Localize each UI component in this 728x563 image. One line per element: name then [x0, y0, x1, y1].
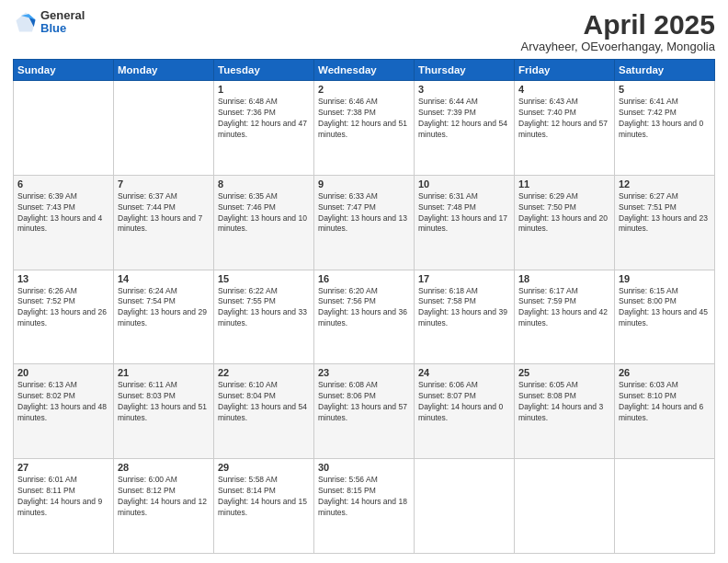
col-saturday: Saturday: [615, 60, 715, 81]
calendar-table: Sunday Monday Tuesday Wednesday Thursday…: [13, 59, 715, 554]
day-number: 13: [17, 273, 109, 284]
location-subtitle: Arvayheer, OEvoerhangay, Mongolia: [521, 40, 716, 53]
day-info: Sunrise: 6:22 AM Sunset: 7:55 PM Dayligh…: [218, 286, 310, 330]
table-row: 10Sunrise: 6:31 AM Sunset: 7:48 PM Dayli…: [415, 175, 515, 270]
table-row: [14, 81, 114, 176]
table-row: 2Sunrise: 6:46 AM Sunset: 7:38 PM Daylig…: [314, 81, 415, 176]
table-row: 23Sunrise: 6:08 AM Sunset: 8:06 PM Dayli…: [314, 364, 415, 459]
table-row: 3Sunrise: 6:44 AM Sunset: 7:39 PM Daylig…: [415, 81, 515, 176]
day-info: Sunrise: 6:13 AM Sunset: 8:02 PM Dayligh…: [17, 380, 109, 424]
table-row: 1Sunrise: 6:48 AM Sunset: 7:36 PM Daylig…: [214, 81, 314, 176]
day-number: 5: [619, 84, 711, 95]
table-row: 13Sunrise: 6:26 AM Sunset: 7:52 PM Dayli…: [14, 270, 114, 364]
day-info: Sunrise: 6:01 AM Sunset: 8:11 PM Dayligh…: [17, 475, 109, 519]
day-info: Sunrise: 6:39 AM Sunset: 7:43 PM Dayligh…: [17, 191, 109, 236]
day-number: 14: [118, 273, 210, 284]
day-info: Sunrise: 6:44 AM Sunset: 7:39 PM Dayligh…: [418, 97, 510, 141]
day-number: 10: [418, 178, 510, 190]
logo-icon: [13, 9, 39, 35]
day-number: 18: [518, 273, 610, 284]
table-row: 29Sunrise: 5:58 AM Sunset: 8:14 PM Dayli…: [214, 459, 314, 554]
table-row: 7Sunrise: 6:37 AM Sunset: 7:44 PM Daylig…: [114, 175, 214, 270]
page: General Blue April 2025 Arvayheer, OEvoe…: [0, 0, 728, 563]
table-row: 8Sunrise: 6:35 AM Sunset: 7:46 PM Daylig…: [214, 175, 314, 270]
day-number: 30: [318, 462, 410, 473]
day-number: 9: [318, 178, 410, 190]
logo-general-text: General: [40, 9, 85, 22]
day-info: Sunrise: 6:43 AM Sunset: 7:40 PM Dayligh…: [518, 97, 610, 141]
day-info: Sunrise: 6:05 AM Sunset: 8:08 PM Dayligh…: [518, 380, 610, 424]
day-number: 24: [418, 367, 510, 378]
day-number: 20: [17, 367, 109, 378]
day-number: 19: [619, 273, 711, 284]
table-row: [415, 459, 515, 554]
day-info: Sunrise: 6:35 AM Sunset: 7:46 PM Dayligh…: [218, 191, 310, 236]
col-sunday: Sunday: [14, 60, 114, 81]
day-number: 15: [218, 273, 310, 284]
day-info: Sunrise: 6:24 AM Sunset: 7:54 PM Dayligh…: [118, 286, 210, 330]
day-info: Sunrise: 6:10 AM Sunset: 8:04 PM Dayligh…: [218, 380, 310, 424]
calendar-week-row: 20Sunrise: 6:13 AM Sunset: 8:02 PM Dayli…: [14, 364, 715, 459]
calendar-header-row: Sunday Monday Tuesday Wednesday Thursday…: [14, 60, 715, 81]
logo-text: General Blue: [40, 9, 85, 36]
table-row: 4Sunrise: 6:43 AM Sunset: 7:40 PM Daylig…: [515, 81, 615, 176]
logo-blue-text: Blue: [40, 22, 85, 35]
header: General Blue April 2025 Arvayheer, OEvoe…: [13, 9, 715, 53]
col-wednesday: Wednesday: [314, 60, 415, 81]
day-info: Sunrise: 6:00 AM Sunset: 8:12 PM Dayligh…: [118, 475, 210, 519]
day-info: Sunrise: 6:26 AM Sunset: 7:52 PM Dayligh…: [17, 286, 109, 330]
day-number: 3: [418, 84, 510, 95]
day-info: Sunrise: 6:46 AM Sunset: 7:38 PM Dayligh…: [318, 97, 410, 141]
table-row: 28Sunrise: 6:00 AM Sunset: 8:12 PM Dayli…: [114, 459, 214, 554]
calendar-week-row: 6Sunrise: 6:39 AM Sunset: 7:43 PM Daylig…: [14, 175, 715, 270]
day-number: 26: [619, 367, 711, 378]
day-info: Sunrise: 6:11 AM Sunset: 8:03 PM Dayligh…: [118, 380, 210, 424]
day-number: 21: [118, 367, 210, 378]
table-row: 5Sunrise: 6:41 AM Sunset: 7:42 PM Daylig…: [615, 81, 715, 176]
logo: General Blue: [13, 9, 85, 36]
day-number: 7: [118, 178, 210, 190]
day-info: Sunrise: 6:27 AM Sunset: 7:51 PM Dayligh…: [619, 191, 711, 236]
day-info: Sunrise: 6:20 AM Sunset: 7:56 PM Dayligh…: [318, 286, 410, 330]
table-row: 19Sunrise: 6:15 AM Sunset: 8:00 PM Dayli…: [615, 270, 715, 364]
day-number: 16: [318, 273, 410, 284]
col-thursday: Thursday: [415, 60, 515, 81]
calendar-week-row: 13Sunrise: 6:26 AM Sunset: 7:52 PM Dayli…: [14, 270, 715, 364]
month-title: April 2025: [521, 9, 716, 40]
day-info: Sunrise: 5:56 AM Sunset: 8:15 PM Dayligh…: [318, 475, 410, 519]
table-row: 25Sunrise: 6:05 AM Sunset: 8:08 PM Dayli…: [515, 364, 615, 459]
day-number: 29: [218, 462, 310, 473]
day-number: 27: [17, 462, 109, 473]
col-monday: Monday: [114, 60, 214, 81]
day-number: 1: [218, 84, 310, 95]
table-row: 9Sunrise: 6:33 AM Sunset: 7:47 PM Daylig…: [314, 175, 415, 270]
day-info: Sunrise: 6:17 AM Sunset: 7:59 PM Dayligh…: [518, 286, 610, 330]
day-info: Sunrise: 6:08 AM Sunset: 8:06 PM Dayligh…: [318, 380, 410, 424]
title-block: April 2025 Arvayheer, OEvoerhangay, Mong…: [521, 9, 716, 53]
table-row: 11Sunrise: 6:29 AM Sunset: 7:50 PM Dayli…: [515, 175, 615, 270]
table-row: 16Sunrise: 6:20 AM Sunset: 7:56 PM Dayli…: [314, 270, 415, 364]
table-row: 21Sunrise: 6:11 AM Sunset: 8:03 PM Dayli…: [114, 364, 214, 459]
calendar-week-row: 1Sunrise: 6:48 AM Sunset: 7:36 PM Daylig…: [14, 81, 715, 176]
col-tuesday: Tuesday: [214, 60, 314, 81]
day-info: Sunrise: 6:37 AM Sunset: 7:44 PM Dayligh…: [118, 191, 210, 236]
day-number: 12: [619, 178, 711, 190]
table-row: 26Sunrise: 6:03 AM Sunset: 8:10 PM Dayli…: [615, 364, 715, 459]
table-row: 14Sunrise: 6:24 AM Sunset: 7:54 PM Dayli…: [114, 270, 214, 364]
day-number: 22: [218, 367, 310, 378]
day-info: Sunrise: 6:15 AM Sunset: 8:00 PM Dayligh…: [619, 286, 711, 330]
day-number: 23: [318, 367, 410, 378]
day-info: Sunrise: 5:58 AM Sunset: 8:14 PM Dayligh…: [218, 475, 310, 519]
table-row: [114, 81, 214, 176]
table-row: 12Sunrise: 6:27 AM Sunset: 7:51 PM Dayli…: [615, 175, 715, 270]
table-row: 30Sunrise: 5:56 AM Sunset: 8:15 PM Dayli…: [314, 459, 415, 554]
table-row: 22Sunrise: 6:10 AM Sunset: 8:04 PM Dayli…: [214, 364, 314, 459]
day-number: 4: [518, 84, 610, 95]
calendar-week-row: 27Sunrise: 6:01 AM Sunset: 8:11 PM Dayli…: [14, 459, 715, 554]
day-number: 11: [518, 178, 610, 190]
day-number: 2: [318, 84, 410, 95]
day-info: Sunrise: 6:29 AM Sunset: 7:50 PM Dayligh…: [518, 191, 610, 236]
table-row: 15Sunrise: 6:22 AM Sunset: 7:55 PM Dayli…: [214, 270, 314, 364]
table-row: 20Sunrise: 6:13 AM Sunset: 8:02 PM Dayli…: [14, 364, 114, 459]
col-friday: Friday: [515, 60, 615, 81]
